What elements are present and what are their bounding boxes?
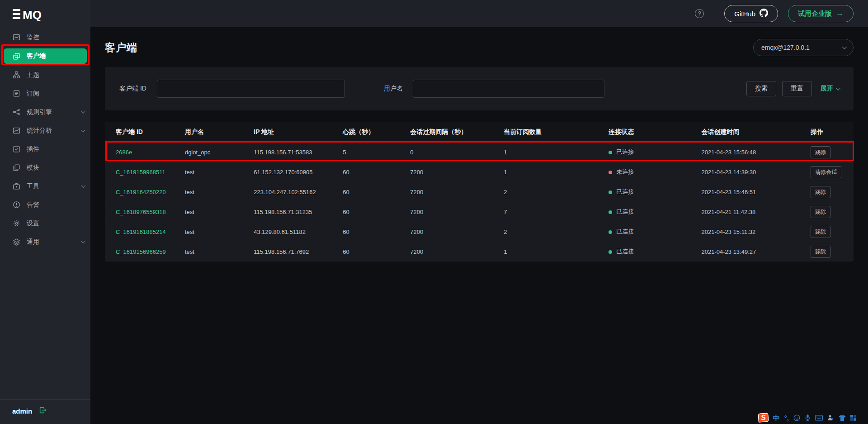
client-id-link[interactable]: 2686e [105,142,181,162]
topics-icon [13,71,20,79]
status-dot-connected [609,151,612,154]
logout-icon[interactable] [39,406,47,416]
sidebar-item-subscriptions[interactable]: 订阅 [0,84,90,103]
toolbox-icon[interactable] [850,415,856,421]
sidebar-item-label: 告警 [27,201,39,209]
client-id-link[interactable]: C_1619164250220 [105,182,181,202]
chinese-mode-icon[interactable]: 中 [773,414,780,421]
alerts-icon [13,201,20,209]
heartbeat-cell: 60 [339,202,406,222]
sidebar-item-rule-engine[interactable]: 规则引擎 [0,103,90,121]
sidebar-item-label: 订阅 [27,90,39,98]
ip-cell: 223.104.247.102:55162 [250,182,339,202]
status-label: 未连接 [616,168,634,175]
monitor-icon [13,33,20,41]
action-cell: 踢除 [807,142,854,162]
kick-button[interactable]: 踢除 [811,206,830,218]
kick-button[interactable]: 踢除 [811,246,830,258]
heartbeat-cell: 60 [339,182,406,202]
sidebar-item-analytics[interactable]: 统计分析 [0,121,90,140]
table-row: C_1619161885214 test 43.129.80.61:51182 … [105,222,854,242]
kick-button[interactable]: 踢除 [811,226,830,238]
sidebar-item-label: 设置 [27,219,39,228]
sidebar-item-label: 插件 [27,145,39,153]
microphone-icon[interactable] [805,414,811,421]
table-row: 2686e dgiot_opc 115.198.156.71:53583 5 0… [105,142,854,162]
modules-icon [13,164,20,172]
col-client-id: 客户端 ID [105,122,181,142]
punctuation-icon[interactable]: °, [784,414,789,421]
try-enterprise-button[interactable]: 试用企业版 → [788,5,854,22]
client-id-link[interactable]: C_1619159968511 [105,162,181,182]
heartbeat-cell: 5 [339,142,406,162]
ime-toolbar: S 中 °, 7 [758,413,856,422]
kick-button[interactable]: 踢除 [811,186,830,198]
sidebar-item-plugins[interactable]: 插件 [0,140,90,158]
session-expiry-cell: 7200 [406,222,500,242]
handwriting-icon[interactable]: 7 [827,414,834,421]
expand-toggle[interactable]: 展开 [821,85,839,93]
sidebar-item-settings[interactable]: 设置 [0,214,90,233]
github-icon [760,9,768,19]
topbar: ? GitHub 试用企业版 → [90,0,868,27]
try-enterprise-label: 试用企业版 [798,10,832,18]
keyboard-icon[interactable] [815,415,823,421]
search-button[interactable]: 搜索 [746,81,776,96]
client-id-label: 客户端 ID [119,85,146,93]
emoji-icon[interactable] [793,414,800,421]
client-id-input[interactable] [157,80,345,98]
col-actions: 操作 [807,122,854,142]
clients-icon [13,52,20,60]
username-input[interactable] [413,80,604,98]
main-content: 客户端 emqx@127.0.0.1 客户端 ID 用户名 搜索 重置 展开 [90,27,868,424]
status-cell: 未连接 [605,162,698,182]
settings-icon [13,219,20,227]
reset-button[interactable]: 重置 [782,81,812,96]
status-label: 已连接 [616,148,634,155]
sidebar-item-tools[interactable]: 工具 [0,177,90,195]
sidebar-item-label: 客户端 [27,52,46,60]
client-id-link[interactable]: C_1618976559318 [105,202,181,222]
status-cell: 已连接 [605,202,698,222]
sidebar-item-general[interactable]: 通用 [0,233,90,251]
subscriptions-cell: 1 [500,242,605,262]
kick-button[interactable]: 踢除 [811,146,830,158]
status-cell: 已连接 [605,142,698,162]
ip-cell: 43.129.80.61:51182 [250,222,339,242]
node-selector[interactable]: emqx@127.0.0.1 [753,39,854,56]
table-row: C_1619156966259 test 115.198.156.71:7692… [105,242,854,262]
sidebar-item-clients[interactable]: 客户端 [4,48,87,64]
table-row: C_1618976559318 test 115.198.156.71:3123… [105,202,854,222]
skin-icon[interactable] [839,415,846,421]
status-dot-connected [609,250,612,254]
github-button[interactable]: GitHub [724,5,778,22]
chevron-down-icon [836,86,840,91]
sidebar-item-modules[interactable]: 模块 [0,158,90,177]
sidebar-item-monitoring[interactable]: 监控 [0,28,90,47]
col-session-expiry: 会话过期间隔（秒） [406,122,500,142]
sidebar-item-label: 规则引擎 [27,108,52,116]
status-dot-connected [609,230,612,234]
col-heartbeat: 心跳（秒） [339,122,406,142]
sidebar: MQ 监控 客户端 主题 订阅 [0,0,90,424]
username-cell: test [181,222,250,242]
clear-session-button[interactable]: 清除会话 [811,166,841,178]
expand-toggle-label: 展开 [821,85,833,93]
table-row: C_1619164250220 test 223.104.247.102:551… [105,182,854,202]
node-selector-value: emqx@127.0.0.1 [761,44,810,51]
status-cell: 已连接 [605,222,698,242]
sidebar-item-label: 统计分析 [27,127,52,135]
sidebar-item-topics[interactable]: 主题 [0,66,90,84]
help-icon[interactable]: ? [695,9,704,18]
status-label: 已连接 [616,248,634,255]
client-id-link[interactable]: C_1619156966259 [105,242,181,262]
sidebar-item-alerts[interactable]: 告警 [0,195,90,214]
sogou-logo[interactable]: S [758,413,769,423]
client-id-link[interactable]: C_1619161885214 [105,222,181,242]
action-cell: 踢除 [807,242,854,262]
current-user: admin [12,407,32,415]
created-at-cell: 2021-04-23 15:11:32 [698,222,807,242]
session-expiry-cell: 0 [406,142,500,162]
chevron-down-icon [81,128,85,132]
ip-cell: 115.198.156.71:7692 [250,242,339,262]
